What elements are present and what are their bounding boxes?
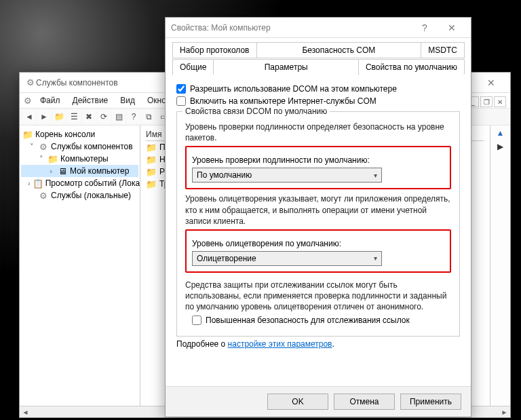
properties-icon[interactable]: ☰: [67, 110, 81, 123]
auth-level-value: По умолчанию: [197, 170, 252, 180]
cancel-button[interactable]: Отмена: [334, 394, 395, 410]
mdi-close[interactable]: ✕: [494, 96, 506, 107]
tree-services[interactable]: ⚙Службы (локальные): [21, 189, 138, 202]
auth-level-combo[interactable]: По умолчанию ▾: [192, 168, 382, 183]
folder-icon: 📁: [47, 153, 58, 164]
event-icon: 📋: [33, 178, 43, 189]
group-legend: Свойства связи DCOM по умолчанию: [182, 107, 330, 116]
nav-back-icon[interactable]: ◄: [22, 110, 36, 123]
nav-fwd-icon[interactable]: ►: [37, 110, 51, 123]
export-icon[interactable]: ▤: [112, 110, 126, 123]
menu-file[interactable]: Файл: [35, 94, 66, 107]
tab-com-security[interactable]: Безопасность COM: [256, 42, 422, 58]
action-arrow-icon[interactable]: ▶: [497, 142, 503, 151]
scroll-right-icon[interactable]: ►: [499, 406, 510, 418]
menu-icon: ⚙: [22, 95, 33, 106]
computer-icon: 🖥: [57, 166, 68, 176]
folder-icon: 📁: [22, 129, 33, 140]
more-info-link[interactable]: настройке этих параметров: [228, 339, 332, 349]
help-icon[interactable]: ?: [127, 110, 140, 123]
mdi-window-controls: _ ❐ ✕: [467, 96, 506, 107]
chevron-down-icon: ▾: [374, 172, 377, 179]
highlight-impersonation: Уровень олицетворения по умолчанию: Олиц…: [185, 229, 451, 273]
tree-computers[interactable]: ˅📁Компьютеры: [21, 153, 138, 165]
folder-icon: 📁: [146, 178, 157, 189]
gear-icon: ⚙: [38, 190, 49, 201]
highlight-auth: Уровень проверки подлинности по умолчани…: [185, 146, 451, 189]
mdi-restore[interactable]: ❐: [480, 96, 493, 107]
chevron-down-icon: ▾: [374, 254, 377, 262]
tree-svc[interactable]: ˅⚙Службы компонентов: [21, 140, 138, 153]
gear-icon: ⚙: [38, 141, 49, 152]
folder-icon: 📁: [146, 154, 157, 165]
tree-eventviewer[interactable]: ›📋Просмотр событий (Локальных): [21, 177, 138, 189]
menu-action[interactable]: Действие: [67, 94, 114, 107]
imp-level-combo[interactable]: Олицетворение ▾: [192, 251, 382, 266]
delete-icon[interactable]: ✖: [82, 110, 96, 123]
imp-level-label: Уровень олицетворения по умолчанию:: [192, 239, 444, 248]
tab-msdtc[interactable]: MSDTC: [421, 42, 465, 58]
auth-description: Уровень проверки подлинности определяет …: [185, 121, 451, 143]
tab-default-properties[interactable]: Свойства по умолчанию: [358, 59, 465, 75]
scroll-left-icon[interactable]: ◄: [20, 406, 31, 418]
dlg-titlebar[interactable]: Свойства: Мой компьютер ? ✕: [166, 18, 471, 38]
refresh-icon[interactable]: ⟳: [97, 110, 111, 123]
tab-protocols[interactable]: Набор протоколов: [172, 42, 257, 58]
apply-button[interactable]: Применить: [400, 394, 461, 410]
ok-button[interactable]: OK: [267, 394, 328, 410]
up-icon[interactable]: 📁: [52, 110, 66, 123]
folder-icon: 📁: [146, 166, 157, 177]
scroll-up-icon[interactable]: ▲: [497, 128, 505, 138]
tree-pane[interactable]: 📁Корень консоли ˅⚙Службы компонентов ˅📁К…: [20, 126, 140, 417]
imp-description: Уровень олицетворения указывает, могут л…: [185, 193, 451, 227]
dlg-content: Разрешить использование DCOM на этом ком…: [166, 75, 471, 353]
tab-row-1: Набор протоколов Безопасность COM MSDTC: [172, 42, 464, 58]
dlg-title: Свойства: Мой компьютер: [171, 23, 411, 33]
close-button[interactable]: ✕: [438, 18, 465, 38]
tab-row-2: Общие Параметры Свойства по умолчанию: [172, 58, 464, 75]
checkbox-reference-tracking[interactable]: Повышенная безопасность для отслеживания…: [192, 316, 451, 325]
dialog-buttons: OK Отмена Применить: [166, 386, 471, 417]
close-button[interactable]: ✕: [478, 73, 505, 93]
auth-level-label: Уровень проверки подлинности по умолчани…: [192, 155, 444, 165]
checkbox-enable-dcom[interactable]: Разрешить использование DCOM на этом ком…: [176, 84, 460, 94]
tree-mycomputer[interactable]: ›🖥Мой компьютер: [21, 165, 138, 177]
action-pane: ▲ ▶: [490, 126, 510, 417]
chk-enable-inet-input[interactable]: [176, 96, 186, 106]
more-info-line: Подробнее о настройке этих параметров.: [176, 339, 460, 349]
checkbox-enable-inet-com[interactable]: Включить на компьютере Интернет-службы C…: [176, 96, 460, 106]
tree-root[interactable]: 📁Корень консоли: [21, 128, 138, 140]
chk-reference-tracking-input[interactable]: [192, 316, 201, 325]
menu-view[interactable]: Вид: [115, 94, 140, 107]
app-icon: ⚙: [25, 77, 36, 88]
extra1-icon[interactable]: ⧉: [142, 110, 155, 123]
group-dcom-defaults: Свойства связи DCOM по умолчанию Уровень…: [176, 111, 460, 337]
properties-dialog: Свойства: Мой компьютер ? ✕ Набор проток…: [165, 17, 471, 417]
security-tracking-description: Средства защиты при отслеживании ссылок …: [185, 280, 451, 313]
tab-params[interactable]: Параметры: [213, 59, 358, 75]
imp-level-value: Олицетворение: [197, 254, 256, 263]
tab-general[interactable]: Общие: [172, 59, 214, 75]
chk-enable-dcom-input[interactable]: [176, 84, 186, 94]
folder-icon: 📁: [146, 142, 157, 153]
help-button[interactable]: ?: [411, 18, 438, 38]
